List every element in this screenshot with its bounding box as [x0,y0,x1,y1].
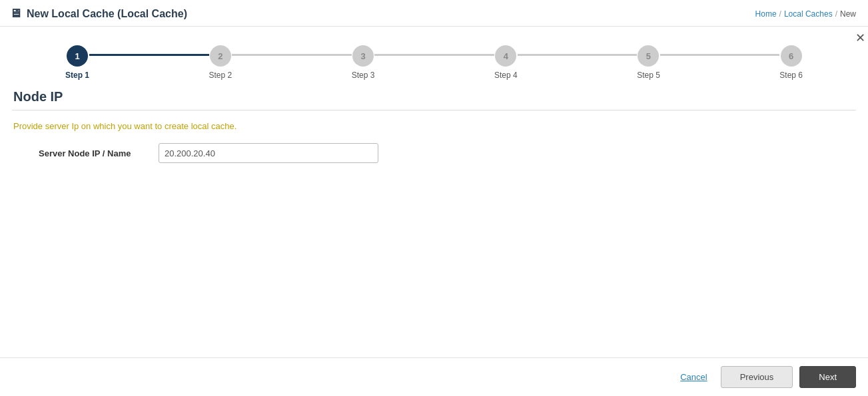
section-title: Node IP [12,89,856,104]
main-content: ✕ 1 Step 1 2 Step 2 3 Step 3 4 Step 4 5 … [0,27,868,163]
breadcrumb-sep1: / [779,9,781,19]
step-3: 3 Step 3 [352,45,375,80]
step-5: 5 Step 5 [637,45,660,80]
step-circle-6: 6 [781,45,802,67]
breadcrumb: Home / Local Caches / New [755,9,856,19]
step-6: 6 Step 6 [779,45,803,80]
page-title: New Local Cache (Local Cache) [27,8,187,20]
step-label-1: Step 1 [65,71,89,80]
stepper: 1 Step 1 2 Step 2 3 Step 3 4 Step 4 5 St… [12,27,856,83]
step-connector-4 [518,54,638,56]
page-header: 🖥 New Local Cache (Local Cache) Home / L… [0,0,868,27]
step-connector-3 [374,54,494,56]
step-2: 2 Step 2 [209,45,232,80]
step-1: 1 Step 1 [65,45,89,80]
step-circle-2: 2 [210,45,231,67]
step-connector-5 [660,54,780,56]
next-button[interactable]: Next [799,366,856,388]
step-label-6: Step 6 [779,71,803,80]
footer: Cancel Previous Next [0,357,868,396]
step-connector-2 [232,54,352,56]
section-divider [12,110,856,110]
step-circle-1: 1 [67,45,88,67]
step-label-5: Step 5 [637,71,660,80]
step-label-3: Step 3 [352,71,375,80]
previous-button[interactable]: Previous [721,366,793,388]
step-circle-4: 4 [495,45,516,67]
step-4: 4 Step 4 [494,45,518,80]
form-row-server-ip: Server Node IP / Name [12,143,856,163]
info-text: Provide server Ip on which you want to c… [12,121,856,131]
step-circle-5: 5 [638,45,659,67]
step-circle-3: 3 [352,45,374,67]
cancel-button[interactable]: Cancel [680,372,707,382]
breadcrumb-sep2: / [835,9,837,19]
monitor-icon: 🖥 [9,7,21,21]
step-label-2: Step 2 [209,71,232,80]
breadcrumb-local-caches[interactable]: Local Caches [784,9,833,19]
server-ip-label: Server Node IP / Name [39,148,159,158]
step-connector-1 [89,54,209,56]
breadcrumb-home[interactable]: Home [755,9,777,19]
breadcrumb-current: New [840,9,856,19]
close-button[interactable]: ✕ [855,32,865,44]
step-label-4: Step 4 [494,71,518,80]
server-ip-input[interactable] [159,143,378,163]
page-title-container: 🖥 New Local Cache (Local Cache) [9,7,187,21]
